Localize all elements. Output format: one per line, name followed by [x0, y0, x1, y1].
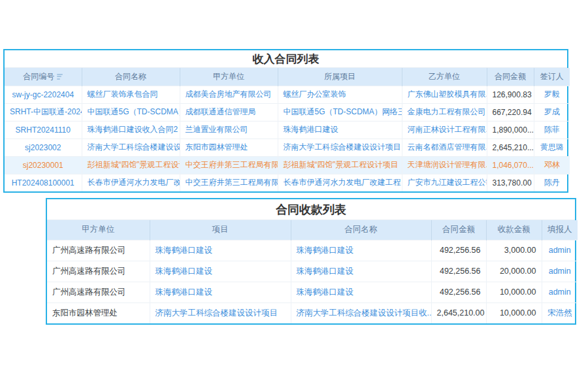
- received-amount-cell: 10,000.00: [486, 302, 542, 323]
- party-a-cell: 广州高速路有限公司: [47, 282, 150, 302]
- amount-cell: 1,890,000...: [487, 121, 534, 139]
- reporter-link[interactable]: admin: [542, 261, 578, 282]
- contract-code-link[interactable]: SRHT-中国联通-2024...: [5, 103, 82, 121]
- project-cell[interactable]: 珠海鹤港口建设: [278, 121, 402, 139]
- reporter-link[interactable]: admin: [542, 240, 578, 261]
- party-b-cell[interactable]: 云南名都酒店管理有限...: [402, 139, 487, 156]
- income-table-title: 收入合同列表: [5, 50, 567, 68]
- contract-name-link[interactable]: 济南大学工科综合楼建设设...: [82, 139, 180, 156]
- contract-name-link[interactable]: 中国联通5G（TD-SCDMA）...: [82, 103, 180, 121]
- contract-receipt-panel: 合同收款列表 甲方单位 项目 合同名称 合同金额 收款金额 填报人 广州高速路有…: [46, 198, 576, 325]
- col-header-project: 所属项目: [278, 68, 402, 86]
- project-cell[interactable]: 济南大学工科综合楼建设设计项目: [278, 139, 402, 156]
- col-header-party-a: 甲方单位: [180, 68, 278, 86]
- contract-name-link[interactable]: 珠海鹤港口建设: [291, 240, 431, 261]
- contract-name-link[interactable]: 济南大学工科综合楼建设设计项目收...: [291, 302, 431, 323]
- table-row[interactable]: sj2023002 济南大学工科综合楼建设设... 东阳市园林管理处 济南大学工…: [5, 139, 570, 156]
- project-cell[interactable]: 长春市伊通河水力发电厂改建工程: [278, 174, 402, 191]
- received-amount-cell: 20,000.00: [486, 261, 542, 282]
- amount-cell: 126,900.83: [487, 86, 534, 103]
- amount-cell: 1,046,070...: [487, 156, 534, 174]
- party-a-cell: 东阳市园林管理处: [47, 302, 150, 323]
- party-a-cell: 广州高速路有限公司: [47, 261, 150, 282]
- project-link[interactable]: 济南大学工科综合楼建设设计项目: [150, 302, 291, 323]
- table-row[interactable]: 广州高速路有限公司 珠海鹤港口建设 珠海鹤港口建设 492,256.56 10,…: [47, 282, 578, 302]
- col-header-reporter: 填报人: [542, 220, 578, 240]
- party-a-cell[interactable]: 中交王府井第三工程局有限...: [180, 156, 278, 174]
- contract-amount-cell: 492,256.56: [431, 240, 486, 261]
- signer-cell[interactable]: 陈丹: [534, 174, 570, 191]
- received-amount-cell: 10,000.00: [486, 282, 542, 302]
- income-contract-table: 合同编号 合同名称 甲方单位 所属项目 乙方单位 合同金额 签订人 sw-jy-…: [5, 68, 570, 191]
- received-amount-cell: 3,000.00: [486, 240, 542, 261]
- receipt-header-row: 甲方单位 项目 合同名称 合同金额 收款金额 填报人: [47, 220, 578, 240]
- party-b-cell[interactable]: 天津塘润设计管理有限...: [402, 156, 487, 174]
- col-header-contract-amount: 合同金额: [431, 220, 486, 240]
- col-header-project: 项目: [150, 220, 291, 240]
- table-row[interactable]: SRHT-中国联通-2024... 中国联通5G（TD-SCDMA）... 成都…: [5, 103, 570, 121]
- contract-amount-cell: 2,645,210.00: [431, 302, 486, 323]
- party-b-cell[interactable]: 广安市九江建设工程公司: [402, 174, 487, 191]
- col-header-contract-code[interactable]: 合同编号: [5, 68, 82, 86]
- income-contract-panel: 收入合同列表 合同编号 合同名称 甲方单位 所属项目 乙方单位 合同金额 签订人…: [3, 49, 568, 193]
- table-row[interactable]: SRHT20241110 珠海鹤港口建设收入合同2 兰迪置业有限公司 珠海鹤港口…: [5, 121, 570, 139]
- reporter-link[interactable]: 宋浩然: [542, 302, 578, 323]
- project-link[interactable]: 珠海鹤港口建设: [150, 261, 291, 282]
- signer-cell[interactable]: 罗成: [534, 103, 570, 121]
- contract-code-link[interactable]: sj20230001: [5, 156, 82, 174]
- signer-cell[interactable]: 罗毅: [534, 86, 570, 103]
- contract-amount-cell: 492,256.56: [431, 282, 486, 302]
- receipt-table-title: 合同收款列表: [47, 199, 575, 220]
- amount-cell: 2,645,210...: [487, 139, 534, 156]
- party-a-cell[interactable]: 中交王府井第三工程局有限...: [180, 174, 278, 191]
- party-a-cell[interactable]: 兰迪置业有限公司: [180, 121, 278, 139]
- col-header-party-a: 甲方单位: [47, 220, 150, 240]
- contract-code-link[interactable]: sj2023002: [5, 139, 82, 156]
- contract-code-link[interactable]: SRHT20241110: [5, 121, 82, 139]
- col-header-party-b: 乙方单位: [402, 68, 487, 86]
- contract-receipt-table: 甲方单位 项目 合同名称 合同金额 收款金额 填报人 广州高速路有限公司 珠海鹤…: [47, 220, 578, 323]
- party-a-cell[interactable]: 成都联通通信管理局: [180, 103, 278, 121]
- table-row[interactable]: HT202408100001 长春市伊通河水力发电厂改... 中交王府井第三工程…: [5, 174, 570, 191]
- contract-code-link[interactable]: sw-jy-gc-2202404: [5, 86, 82, 103]
- contract-name-link[interactable]: 长春市伊通河水力发电厂改...: [82, 174, 180, 191]
- contract-name-link[interactable]: 螺丝厂装饰承包合同: [82, 86, 180, 103]
- amount-cell: 313,780.00: [487, 174, 534, 191]
- table-row[interactable]: 广州高速路有限公司 珠海鹤港口建设 珠海鹤港口建设 492,256.56 3,0…: [47, 240, 578, 261]
- project-cell[interactable]: 螺丝厂办公室装饰: [278, 86, 402, 103]
- table-row[interactable]: 东阳市园林管理处 济南大学工科综合楼建设设计项目 济南大学工科综合楼建设设计项目…: [47, 302, 578, 323]
- table-row[interactable]: sw-jy-gc-2202404 螺丝厂装饰承包合同 成都美合房地产有限公司 螺…: [5, 86, 570, 103]
- signer-cell[interactable]: 邓林: [534, 156, 570, 174]
- signer-cell[interactable]: 黄思璐: [534, 139, 570, 156]
- project-cell[interactable]: 彭祖新城“四馆”景观工程设计项目: [278, 156, 402, 174]
- income-header-row: 合同编号 合同名称 甲方单位 所属项目 乙方单位 合同金额 签订人: [5, 68, 570, 86]
- col-header-label: 合同编号: [23, 72, 54, 81]
- col-header-received-amount: 收款金额: [486, 220, 542, 240]
- reporter-link[interactable]: admin: [542, 282, 578, 302]
- signer-cell[interactable]: 陈菲: [534, 121, 570, 139]
- col-header-amount: 合同金额: [487, 68, 534, 86]
- party-b-cell[interactable]: 金康电力工程有限公司: [402, 103, 487, 121]
- sort-icon[interactable]: [57, 73, 63, 80]
- contract-name-link[interactable]: 珠海鹤港口建设: [291, 261, 431, 282]
- table-row[interactable]: 广州高速路有限公司 珠海鹤港口建设 珠海鹤港口建设 492,256.56 20,…: [47, 261, 578, 282]
- contract-code-link[interactable]: HT202408100001: [5, 174, 82, 191]
- contract-name-link[interactable]: 彭祖新城“四馆”景观工程设计...: [82, 156, 180, 174]
- col-header-signer: 签订人: [534, 68, 570, 86]
- col-header-contract-name: 合同名称: [291, 220, 431, 240]
- amount-cell: 667,220.94: [487, 103, 534, 121]
- party-a-cell[interactable]: 成都美合房地产有限公司: [180, 86, 278, 103]
- party-b-cell[interactable]: 河南正林设计工程有限...: [402, 121, 487, 139]
- party-a-cell[interactable]: 东阳市园林管理处: [180, 139, 278, 156]
- party-a-cell: 广州高速路有限公司: [47, 240, 150, 261]
- contract-name-link[interactable]: 珠海鹤港口建设: [291, 282, 431, 302]
- project-cell[interactable]: 中国联通5G（TD-SCDMA）网络三...: [278, 103, 402, 121]
- contract-amount-cell: 492,256.56: [431, 261, 486, 282]
- col-header-contract-name: 合同名称: [82, 68, 180, 86]
- table-row-highlighted[interactable]: sj20230001 彭祖新城“四馆”景观工程设计... 中交王府井第三工程局有…: [5, 156, 570, 174]
- project-link[interactable]: 珠海鹤港口建设: [150, 240, 291, 261]
- party-b-cell[interactable]: 广东佛山塑胶模具有限...: [402, 86, 487, 103]
- project-link[interactable]: 珠海鹤港口建设: [150, 282, 291, 302]
- contract-name-link[interactable]: 珠海鹤港口建设收入合同2: [82, 121, 180, 139]
